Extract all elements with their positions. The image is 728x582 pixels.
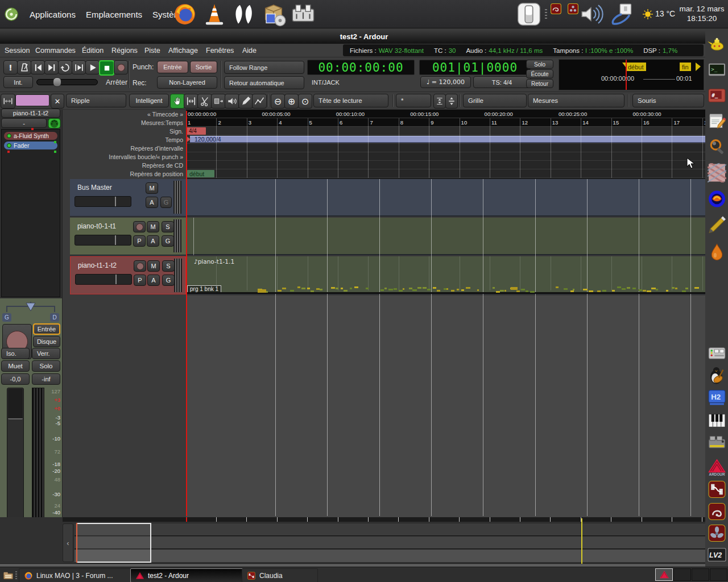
transport-play-range-button[interactable] <box>72 60 86 74</box>
gain-fader[interactable] <box>7 388 24 531</box>
peak-display[interactable]: -inf <box>32 373 60 385</box>
track-group-button[interactable]: G <box>160 197 172 208</box>
transport-record-button[interactable] <box>114 60 128 74</box>
solo-indicator-button[interactable]: Solo <box>526 60 553 69</box>
midi-note[interactable] <box>412 289 417 291</box>
track-rec-button[interactable] <box>133 221 146 232</box>
tux-guitarist-icon[interactable] <box>708 365 726 385</box>
midi-note[interactable] <box>417 287 421 289</box>
midi-note[interactable] <box>320 289 322 290</box>
track-gain-slider[interactable] <box>75 235 131 246</box>
menu-rgions[interactable]: Régions <box>111 45 138 56</box>
track-name[interactable]: piano-t1-1-t2 <box>78 261 117 269</box>
midi-note[interactable] <box>500 290 504 292</box>
midi-note[interactable] <box>344 290 348 292</box>
synthesizer-icon[interactable] <box>708 434 726 453</box>
tempo-button[interactable]: ♩ = 120,000 <box>420 76 471 88</box>
midi-note[interactable] <box>354 286 358 288</box>
midi-note[interactable] <box>446 288 448 290</box>
monitor-indicator-button[interactable]: Retour <box>526 79 553 88</box>
midi-note[interactable] <box>388 289 393 290</box>
midi-note[interactable] <box>384 288 387 289</box>
midi-note[interactable] <box>366 288 369 289</box>
transport-stop-button[interactable] <box>99 60 114 76</box>
tool-cut-button[interactable] <box>197 94 212 109</box>
zoom-focus-dropdown[interactable]: Tête de lecture <box>313 94 388 107</box>
track-mute-button[interactable]: M <box>147 260 160 272</box>
playhead-line[interactable] <box>186 111 187 516</box>
ruler-row-2[interactable] <box>186 127 705 135</box>
genie-lamp-icon[interactable] <box>708 33 726 56</box>
midi-note[interactable] <box>583 289 588 290</box>
ruler-label-2[interactable]: Sign. <box>69 128 183 135</box>
midi-note[interactable] <box>477 289 479 291</box>
mouse-mode-dropdown[interactable]: Souris <box>632 94 704 107</box>
rec-mode-button[interactable]: Non-Layered <box>157 76 217 89</box>
solo-isolate-button[interactable]: Iso. <box>1 348 30 359</box>
midi-note[interactable] <box>675 288 677 289</box>
mute-button[interactable]: Muet <box>1 360 30 372</box>
processor-box[interactable]: a-Fluid SynthFader <box>1 129 60 297</box>
midi-note[interactable] <box>627 287 630 289</box>
strip-input-button[interactable]: - <box>1 118 47 128</box>
track-band-0[interactable] <box>186 179 705 217</box>
midi-note[interactable] <box>451 290 454 292</box>
region-name-label[interactable]: ♪piano-t1-1.1 <box>194 258 234 265</box>
tool-grab-hand-button[interactable] <box>170 94 185 109</box>
track-header-1[interactable]: piano-t0-1-t1MSPAG <box>70 218 186 255</box>
midi-note[interactable] <box>457 289 459 290</box>
smart-mode-toggle[interactable]: Intelligent <box>129 94 169 107</box>
position-marker-debut[interactable]: début <box>187 170 214 177</box>
zoom-in-button[interactable]: ⊕ <box>284 94 299 109</box>
tool-audition-button[interactable] <box>225 94 239 109</box>
midi-note[interactable] <box>656 289 658 290</box>
midi-note[interactable] <box>564 288 568 290</box>
midi-note[interactable] <box>589 290 593 292</box>
edit-mode-dropdown[interactable]: Ripple <box>66 94 126 107</box>
strip-name-button[interactable]: piano-t1-1-t2 <box>1 109 60 118</box>
midi-note[interactable] <box>516 290 520 292</box>
vlc-launcher-icon[interactable] <box>202 2 227 27</box>
red-console-icon[interactable]: #_ <box>708 86 726 105</box>
track-header-2[interactable]: piano-t1-1-t2MSPAG <box>70 256 186 294</box>
power-switch-tray-icon[interactable] <box>516 2 541 27</box>
midi-note[interactable] <box>602 290 606 292</box>
plaid-swatch-icon[interactable] <box>708 163 726 182</box>
follow-range-toggle[interactable]: Follow Range <box>224 61 304 74</box>
jack-fan-icon[interactable] <box>708 523 726 543</box>
notepad-icon[interactable] <box>708 111 726 131</box>
track-height-preset-dropdown[interactable]: * <box>396 94 431 107</box>
track-color-swatch[interactable] <box>15 94 49 106</box>
ruler-label-0[interactable]: « Timecode » <box>69 111 183 118</box>
panel-menu-0[interactable]: Applications <box>30 10 76 19</box>
white-logo-app-launcher-icon[interactable] <box>231 2 257 28</box>
panel-menu-1[interactable]: Emplacements <box>86 10 142 19</box>
midi-note[interactable] <box>493 287 495 289</box>
taskbar-item-1[interactable]: test2 - Ardour <box>130 568 250 582</box>
midi-note[interactable] <box>521 289 525 290</box>
midi-note[interactable] <box>496 291 500 293</box>
distro-menu-icon[interactable] <box>3 6 19 22</box>
transport-loop-button[interactable] <box>58 60 72 74</box>
magnifier-icon[interactable] <box>708 137 726 156</box>
file-manager-icon[interactable] <box>2 569 14 580</box>
midi-note[interactable] <box>266 291 268 293</box>
midi-note[interactable] <box>651 288 656 289</box>
midi-note[interactable] <box>685 288 688 289</box>
track-gain-slider[interactable] <box>75 274 132 285</box>
track-name[interactable]: piano-t0-1-t1 <box>77 222 116 230</box>
tool-automation-button[interactable] <box>252 94 267 109</box>
shrink-tracks-button[interactable] <box>433 94 446 109</box>
track-name[interactable]: Bus Master <box>77 184 112 192</box>
midi-note[interactable] <box>694 287 699 289</box>
menu-commandes[interactable]: Commandes <box>35 45 76 56</box>
network-tray-icon[interactable] <box>609 2 635 27</box>
jack-control-icon[interactable] <box>708 502 726 521</box>
listen-indicator-button[interactable]: Écoute <box>526 69 553 78</box>
midi-note[interactable] <box>672 287 675 289</box>
processor-0[interactable]: a-Fluid Synth <box>4 132 57 140</box>
editor-list-resize-button[interactable] <box>1 94 15 109</box>
tray-handle[interactable] <box>545 9 547 19</box>
midi-note[interactable] <box>278 290 282 292</box>
tool-draw-button[interactable] <box>238 94 253 109</box>
